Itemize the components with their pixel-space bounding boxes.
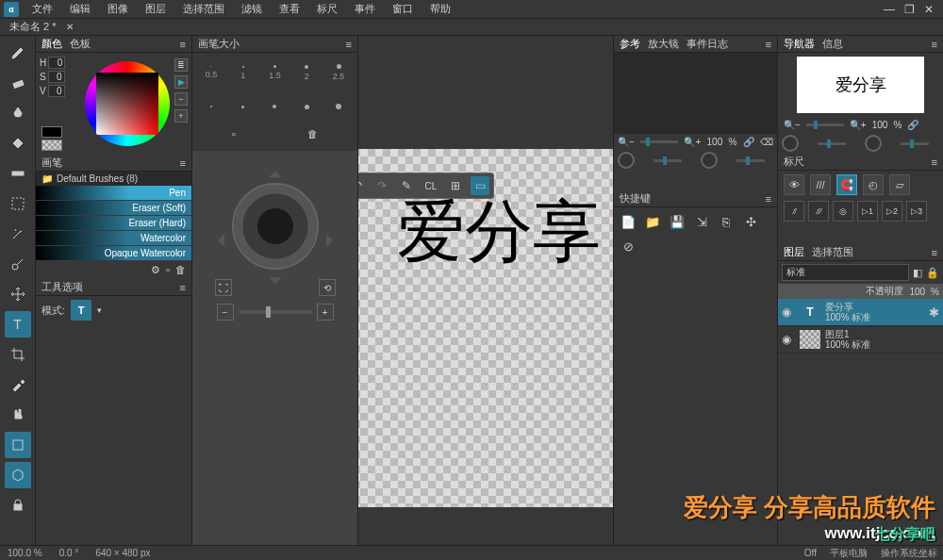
tool-options-menu-icon[interactable]: ≡ [180, 282, 186, 293]
color-plus-icon[interactable]: + [174, 109, 188, 123]
brush-item-watercolor[interactable]: Watercolor [36, 231, 191, 246]
text-mode-button[interactable]: T [71, 300, 91, 321]
nav-zoom-in-icon[interactable]: 🔍+ [850, 120, 867, 130]
ref-dial1[interactable] [618, 152, 635, 169]
layer-clip-icon[interactable]: ◧ [913, 267, 922, 279]
ref-link-icon[interactable]: 🔗 [743, 137, 754, 147]
foreground-swatch[interactable] [41, 126, 62, 138]
color-minus-icon[interactable]: − [174, 92, 188, 106]
size-r2-5[interactable] [323, 91, 354, 123]
sc-open-icon[interactable]: 📁 [644, 213, 661, 230]
wand-tool[interactable] [5, 221, 31, 247]
layer-row-text[interactable]: ◉ T 爱分享 100% 标准 ✱ [778, 299, 943, 326]
crop-tool[interactable] [5, 341, 31, 368]
menu-filter[interactable]: 滤镜 [234, 0, 270, 18]
ruler-add-icon[interactable]: ◴ [863, 174, 884, 195]
nav-zoom-out-icon[interactable]: 🔍− [784, 120, 801, 130]
undo-icon[interactable]: ↶ [357, 176, 367, 195]
ruler-preset-3[interactable]: ◎ [833, 201, 853, 222]
ruler-lines-icon[interactable]: /// [810, 174, 831, 195]
color-tab[interactable]: 颜色 [41, 37, 62, 51]
brush-item-eraser-hard[interactable]: Eraser (Hard) [36, 216, 191, 231]
s-value[interactable]: 0 [48, 71, 65, 83]
select-icon[interactable]: ▭ [471, 176, 489, 195]
color-wheel[interactable] [85, 61, 170, 146]
dial-right-arrow[interactable] [326, 234, 339, 247]
size-delete-icon[interactable]: 🗑 [307, 128, 318, 140]
layer-row-1[interactable]: ◉ 图层1 100% 标准 [778, 326, 943, 354]
ruler-preset-4[interactable]: ▷1 [857, 201, 878, 222]
brush-panel-menu-icon[interactable]: ≡ [180, 157, 186, 169]
ref-dial2[interactable] [701, 152, 718, 169]
blend-mode-select[interactable]: 标准 [782, 264, 909, 281]
size-2[interactable]: 2 [291, 57, 322, 89]
nav-link-icon[interactable]: 🔗 [907, 120, 918, 130]
document-tab[interactable]: 未命名 2 * ✕ [0, 19, 83, 35]
menu-event[interactable]: 事件 [347, 0, 383, 18]
size-r2-1[interactable] [196, 91, 226, 123]
menu-image[interactable]: 图像 [100, 0, 136, 18]
canvas-text[interactable]: 爱分享 [397, 187, 601, 277]
size-r2-4[interactable] [291, 91, 322, 123]
size-new-icon[interactable]: ▫ [232, 128, 236, 140]
navigator-tab[interactable]: 导航器 [784, 37, 815, 51]
move-tool[interactable] [5, 281, 31, 307]
ruler-preset-1[interactable]: ⫽ [784, 201, 804, 222]
brush-settings-icon[interactable]: ⚙ [151, 264, 160, 276]
clear-icon[interactable]: CL [422, 176, 440, 195]
redo-icon[interactable]: ↷ [372, 176, 391, 195]
eraser-tool[interactable] [5, 70, 31, 96]
dial-reset-icon[interactable]: ⟲ [319, 279, 336, 296]
dial-zoom-in-icon[interactable]: + [317, 304, 334, 321]
color-bars-icon[interactable]: ≣ [174, 58, 188, 72]
info-tab[interactable]: 信息 [822, 37, 843, 51]
blend-tool[interactable] [5, 100, 31, 126]
menu-window[interactable]: 窗口 [385, 0, 421, 18]
dial-fit-icon[interactable]: ⛶ [215, 279, 232, 296]
dial-ring[interactable] [232, 183, 319, 270]
sc-new-icon[interactable]: 📄 [620, 213, 637, 230]
ref-clear-icon[interactable]: ⌫ [760, 137, 773, 147]
menu-file[interactable]: 文件 [25, 0, 60, 18]
ruler-menu-icon[interactable]: ≡ [932, 156, 937, 168]
reference-view[interactable] [614, 53, 777, 134]
eyedropper-tool[interactable] [5, 371, 31, 398]
sc-export-icon[interactable]: ⇲ [693, 213, 710, 230]
color-panel-menu-icon[interactable]: ≡ [180, 39, 186, 50]
menu-ruler[interactable]: 标尺 [309, 0, 345, 18]
perspective-tool[interactable] [5, 432, 31, 458]
visibility-icon[interactable]: ◉ [782, 305, 795, 319]
selection-tab[interactable]: 选择范围 [812, 245, 853, 259]
opacity-value[interactable]: 100 [909, 287, 925, 297]
size-1[interactable]: 1 [228, 57, 258, 89]
ruler-snap-icon[interactable]: 🧲 [836, 174, 857, 195]
ref-zoom-in-icon[interactable]: 🔍+ [684, 137, 701, 147]
mode-dropdown-icon[interactable]: ▾ [97, 305, 102, 315]
select-rect-tool[interactable] [5, 190, 31, 217]
sc-transform-icon[interactable]: ✣ [742, 213, 759, 230]
nav-dial2[interactable] [865, 135, 882, 152]
brush-item-pen[interactable]: Pen [36, 186, 191, 201]
dial-zoom-out-icon[interactable]: − [217, 304, 234, 321]
h-value[interactable]: 0 [48, 57, 65, 69]
ref-zoom-slider[interactable] [640, 140, 678, 143]
minimize-button[interactable]: — [884, 3, 895, 16]
text-tool[interactable]: T [5, 311, 31, 338]
layers-tab[interactable]: 图层 [784, 245, 804, 259]
fill-tool[interactable] [5, 130, 31, 156]
navigator-preview[interactable]: 爱分享 [797, 57, 924, 113]
size-2-5[interactable]: 2.5 [323, 57, 354, 89]
nav-dial1[interactable] [782, 135, 799, 152]
sc-save-icon[interactable]: 💾 [669, 213, 686, 230]
maximize-button[interactable]: ❐ [904, 3, 915, 16]
dial-down-arrow[interactable] [269, 277, 282, 290]
menu-layer[interactable]: 图层 [138, 0, 174, 18]
eventlog-tab[interactable]: 事件日志 [687, 37, 728, 51]
lock-tool[interactable] [5, 492, 31, 519]
ref-panel-menu-icon[interactable]: ≡ [766, 39, 771, 50]
shortcuts-menu-icon[interactable]: ≡ [766, 193, 771, 205]
brush-group[interactable]: 📁 Default Brushes (8) [36, 172, 191, 186]
canvas[interactable]: 爱分享 [357, 149, 613, 507]
layers-menu-icon[interactable]: ≡ [932, 247, 937, 258]
magnifier-tab[interactable]: 放大镜 [648, 37, 679, 51]
